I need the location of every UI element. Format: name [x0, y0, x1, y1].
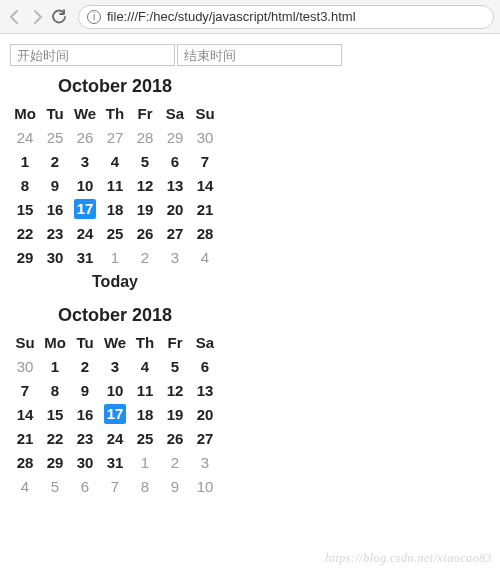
calendar-day[interactable]: 17 — [70, 197, 100, 221]
calendar-day[interactable]: 29 — [160, 125, 190, 149]
day-of-week-header: We — [70, 101, 100, 125]
calendar-day[interactable]: 7 — [190, 149, 220, 173]
calendar-day[interactable]: 3 — [160, 245, 190, 269]
calendar-day[interactable]: 10 — [70, 173, 100, 197]
calendar-day[interactable]: 24 — [70, 221, 100, 245]
calendar-day[interactable]: 4 — [130, 354, 160, 378]
day-of-week-header: Sa — [160, 101, 190, 125]
calendar-title[interactable]: October 2018 — [10, 299, 220, 330]
back-icon[interactable] — [6, 8, 24, 26]
calendar-day[interactable]: 28 — [10, 450, 40, 474]
calendar-day[interactable]: 11 — [100, 173, 130, 197]
calendar-day[interactable]: 25 — [100, 221, 130, 245]
calendar-day[interactable]: 27 — [160, 221, 190, 245]
calendar-day[interactable]: 7 — [10, 378, 40, 402]
calendar-day[interactable]: 18 — [130, 402, 160, 426]
calendar-day[interactable]: 15 — [40, 402, 70, 426]
calendar-day[interactable]: 6 — [70, 474, 100, 498]
calendar-day[interactable]: 17 — [100, 402, 130, 426]
start-date-input[interactable] — [10, 44, 175, 66]
calendar-day[interactable]: 31 — [100, 450, 130, 474]
calendar-day[interactable]: 20 — [190, 402, 220, 426]
calendar-day[interactable]: 19 — [130, 197, 160, 221]
calendar-day[interactable]: 29 — [40, 450, 70, 474]
calendar-day[interactable]: 12 — [130, 173, 160, 197]
calendar-day[interactable]: 8 — [130, 474, 160, 498]
calendar-day[interactable]: 5 — [160, 354, 190, 378]
calendar-day[interactable]: 2 — [40, 149, 70, 173]
calendar-day[interactable]: 16 — [70, 402, 100, 426]
today-button[interactable]: Today — [10, 273, 220, 291]
calendar-day[interactable]: 12 — [160, 378, 190, 402]
calendar-day[interactable]: 3 — [100, 354, 130, 378]
calendar-day[interactable]: 1 — [100, 245, 130, 269]
calendar-day[interactable]: 8 — [10, 173, 40, 197]
calendar-day[interactable]: 26 — [130, 221, 160, 245]
calendar-day[interactable]: 13 — [160, 173, 190, 197]
calendar-day[interactable]: 20 — [160, 197, 190, 221]
calendar-day[interactable]: 27 — [190, 426, 220, 450]
calendar-day[interactable]: 25 — [40, 125, 70, 149]
calendar-day[interactable]: 13 — [190, 378, 220, 402]
calendar-day[interactable]: 4 — [100, 149, 130, 173]
calendar-day[interactable]: 10 — [100, 378, 130, 402]
calendar-day[interactable]: 4 — [10, 474, 40, 498]
calendar-day[interactable]: 21 — [10, 426, 40, 450]
calendar-day[interactable]: 22 — [40, 426, 70, 450]
calendar-day[interactable]: 26 — [70, 125, 100, 149]
info-icon[interactable]: i — [87, 10, 101, 24]
calendar-day[interactable]: 23 — [70, 426, 100, 450]
calendar-day[interactable]: 19 — [160, 402, 190, 426]
calendar-day[interactable]: 30 — [10, 354, 40, 378]
calendar-day[interactable]: 25 — [130, 426, 160, 450]
calendar-day[interactable]: 30 — [70, 450, 100, 474]
calendar-day[interactable]: 26 — [160, 426, 190, 450]
day-of-week-header: Tu — [70, 330, 100, 354]
calendar-day[interactable]: 2 — [160, 450, 190, 474]
calendar-day[interactable]: 22 — [10, 221, 40, 245]
calendar-day[interactable]: 9 — [40, 173, 70, 197]
address-bar[interactable]: i file:///F:/hec/study/javascript/html/t… — [78, 5, 494, 29]
calendar-day[interactable]: 21 — [190, 197, 220, 221]
calendar-day[interactable]: 16 — [40, 197, 70, 221]
calendar-day[interactable]: 3 — [70, 149, 100, 173]
calendar-day[interactable]: 2 — [70, 354, 100, 378]
calendar-day[interactable]: 9 — [160, 474, 190, 498]
calendar-day[interactable]: 15 — [10, 197, 40, 221]
calendar-day[interactable]: 30 — [40, 245, 70, 269]
calendar-day[interactable]: 3 — [190, 450, 220, 474]
calendar-day[interactable]: 9 — [70, 378, 100, 402]
calendar-day[interactable]: 11 — [130, 378, 160, 402]
calendar-day[interactable]: 14 — [10, 402, 40, 426]
calendar-day[interactable]: 23 — [40, 221, 70, 245]
calendar-day[interactable]: 8 — [40, 378, 70, 402]
calendar-day[interactable]: 24 — [10, 125, 40, 149]
calendar-day[interactable]: 14 — [190, 173, 220, 197]
calendar-day[interactable]: 4 — [190, 245, 220, 269]
calendar-day[interactable]: 7 — [100, 474, 130, 498]
calendar-day[interactable]: 6 — [160, 149, 190, 173]
calendar-day[interactable]: 29 — [10, 245, 40, 269]
calendar-day[interactable]: 1 — [130, 450, 160, 474]
calendar-day[interactable]: 1 — [40, 354, 70, 378]
calendar-title[interactable]: October 2018 — [10, 70, 220, 101]
day-of-week-header: Su — [190, 101, 220, 125]
day-of-week-header: Th — [130, 330, 160, 354]
forward-icon[interactable] — [28, 8, 46, 26]
reload-icon[interactable] — [50, 8, 68, 26]
calendar-day[interactable]: 30 — [190, 125, 220, 149]
calendar-day[interactable]: 5 — [130, 149, 160, 173]
day-of-week-header: Fr — [130, 101, 160, 125]
calendar-day[interactable]: 28 — [190, 221, 220, 245]
calendar-day[interactable]: 24 — [100, 426, 130, 450]
calendar-day[interactable]: 6 — [190, 354, 220, 378]
calendar-day[interactable]: 2 — [130, 245, 160, 269]
calendar-day[interactable]: 5 — [40, 474, 70, 498]
calendar-day[interactable]: 31 — [70, 245, 100, 269]
calendar-day[interactable]: 27 — [100, 125, 130, 149]
calendar-day[interactable]: 1 — [10, 149, 40, 173]
calendar-day[interactable]: 18 — [100, 197, 130, 221]
calendar-day[interactable]: 28 — [130, 125, 160, 149]
end-date-input[interactable] — [177, 44, 342, 66]
calendar-day[interactable]: 10 — [190, 474, 220, 498]
